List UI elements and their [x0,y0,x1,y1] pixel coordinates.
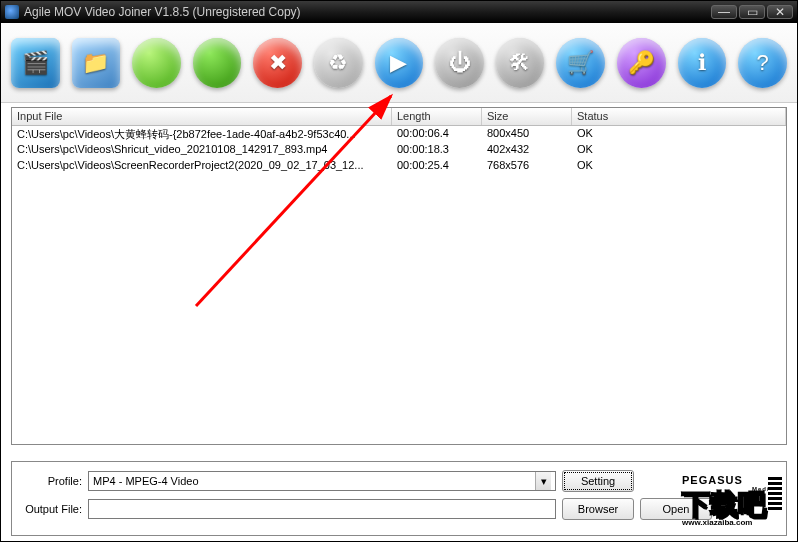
profile-label: Profile: [22,475,82,487]
add-folder-icon-glyph: 📁 [82,50,109,76]
profile-value: MP4 - MPEG-4 Video [93,475,199,487]
minimize-button[interactable]: — [711,5,737,19]
clear-icon-glyph: ♻ [328,50,348,76]
column-header-file[interactable]: Input File [12,108,392,125]
window-title: Agile MOV Video Joiner V1.8.5 (Unregiste… [24,5,709,19]
logo: PEGASUS Media 下载吧 www.xiazaiba.com [682,474,782,529]
register-icon-glyph: 🔑 [628,50,655,76]
cell-size: 402x432 [482,143,572,158]
output-file-label: Output File: [22,503,82,515]
play-icon-glyph: ▶ [390,50,407,76]
column-header-size[interactable]: Size [482,108,572,125]
help-icon[interactable]: ? [738,38,787,88]
remove-icon[interactable]: ✖ [253,38,302,88]
register-icon[interactable]: 🔑 [617,38,666,88]
close-button[interactable]: ✕ [767,5,793,19]
cell-path: C:\Users\pc\Videos\Shricut_video_2021010… [12,143,392,158]
profile-combo[interactable]: MP4 - MPEG-4 Video ▾ [88,471,556,491]
file-rows: C:\Users\pc\Videos\大黄蜂转码-{2b872fee-1ade-… [12,126,786,444]
settings-icon-glyph: 🛠 [509,50,531,76]
setting-button[interactable]: Setting [562,470,634,492]
cell-path: C:\Users\pc\Videos\大黄蜂转码-{2b872fee-1ade-… [12,127,392,142]
remove-icon-glyph: ✖ [269,50,287,76]
table-row[interactable]: C:\Users\pc\Videos\Shricut_video_2021010… [12,142,786,158]
toolbar: 🎬📁✖♻▶⏻🛠🛒🔑ℹ? [1,23,797,103]
cell-path: C:\Users\pc\Videos\ScreenRecorderProject… [12,159,392,174]
table-row[interactable]: C:\Users\pc\Videos\大黄蜂转码-{2b872fee-1ade-… [12,126,786,142]
about-icon-glyph: ℹ [698,50,706,76]
cell-status: OK [572,159,786,174]
column-header-row: Input File Length Size Status [12,108,786,126]
file-list-panel: Input File Length Size Status C:\Users\p… [11,107,787,445]
move-up-icon[interactable] [132,38,181,88]
cell-length: 00:00:18.3 [392,143,482,158]
settings-icon[interactable]: 🛠 [496,38,545,88]
maximize-button[interactable]: ▭ [739,5,765,19]
power-icon[interactable]: ⏻ [435,38,484,88]
logo-url: www.xiazaiba.com [682,518,782,527]
logo-brand: PEGASUS [682,474,743,486]
filmstrip-icon [768,477,782,511]
about-icon[interactable]: ℹ [678,38,727,88]
cell-status: OK [572,143,786,158]
buy-icon[interactable]: 🛒 [556,38,605,88]
output-file-input[interactable] [88,499,556,519]
app-icon [5,5,19,19]
bottom-panel: Profile: MP4 - MPEG-4 Video ▾ Setting Ou… [11,461,787,536]
power-icon-glyph: ⏻ [449,50,471,76]
cell-status: OK [572,127,786,142]
table-row[interactable]: C:\Users\pc\Videos\ScreenRecorderProject… [12,158,786,174]
cell-size: 800x450 [482,127,572,142]
play-icon[interactable]: ▶ [375,38,424,88]
cell-size: 768x576 [482,159,572,174]
chevron-down-icon: ▾ [535,472,551,490]
logo-big: 下载吧 [682,492,782,518]
add-file-icon-glyph: 🎬 [22,50,49,76]
help-icon-glyph: ? [756,50,768,76]
titlebar: Agile MOV Video Joiner V1.8.5 (Unregiste… [1,1,797,23]
move-down-icon[interactable] [193,38,242,88]
add-file-icon[interactable]: 🎬 [11,38,60,88]
cell-length: 00:00:25.4 [392,159,482,174]
column-header-status[interactable]: Status [572,108,786,125]
add-folder-icon[interactable]: 📁 [72,38,121,88]
column-header-length[interactable]: Length [392,108,482,125]
clear-icon[interactable]: ♻ [314,38,363,88]
cell-length: 00:00:06.4 [392,127,482,142]
buy-icon-glyph: 🛒 [567,50,594,76]
browser-button[interactable]: Browser [562,498,634,520]
